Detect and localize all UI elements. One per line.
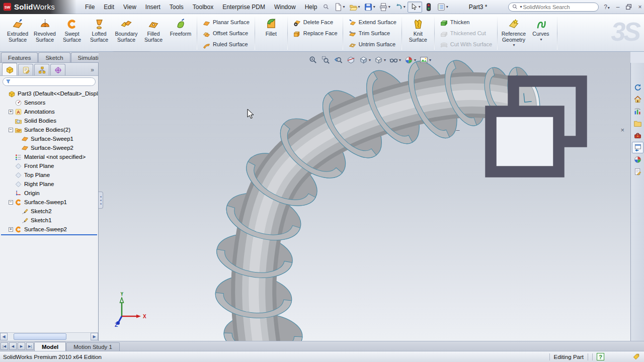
zoom-to-fit-button[interactable] [307,54,319,66]
reference-geometry-button[interactable]: ReferenceGeometry▾ [500,16,527,48]
sheet-nav-button-0[interactable]: |◀ [1,342,8,350]
tree-item-surface-sweep2[interactable]: Surface-Sweep2 [0,143,98,152]
tree-item-sensors[interactable]: Sensors [0,98,98,107]
taskpane-view-palette-button[interactable] [632,142,643,153]
tree-item-surface-bodies-2[interactable]: −Surface Bodies(2) [0,125,98,134]
minimize-button[interactable]: – [614,4,622,11]
scroll-left-button[interactable]: ◀ [0,333,8,340]
menu-tools[interactable]: Tools [165,3,188,12]
print-button[interactable]: ▾ [377,2,392,13]
menu-window[interactable]: Window [270,3,300,12]
save-dropdown-icon[interactable]: ▾ [373,5,375,9]
previous-view-button[interactable] [333,54,344,66]
tree-item-sketch1[interactable]: Sketch1 [0,216,98,225]
edit-appearance-button[interactable]: ▾ [403,54,417,66]
tag-icon[interactable] [632,353,640,360]
menu-enterprise-pdm[interactable]: Enterprise PDM [218,3,270,12]
tree-item-right-plane[interactable]: Right Plane [0,179,98,189]
tree-item-surface-sweep1[interactable]: Surface-Sweep1 [0,134,98,143]
thicken-button[interactable]: Thicken [437,17,472,28]
filled-surface-button[interactable]: FilledSurface [140,16,167,43]
tab-features[interactable]: Features [1,52,38,62]
taskpane-appearances-scenes-button[interactable] [632,154,643,165]
taskpane-file-explorer-button[interactable] [632,106,643,117]
tree-item-sketch2[interactable]: Sketch2 [0,207,98,216]
search-box[interactable]: ▾ [508,3,599,12]
expand-toggle[interactable]: + [9,227,13,232]
extruded-surface-button[interactable]: ExtrudedSurface [4,16,31,43]
select-dropdown-icon[interactable]: ▾ [419,5,421,9]
tree-item-surface-sweep2[interactable]: +Surface-Sweep2 [0,225,98,234]
taskpane-design-library-button[interactable] [632,94,643,105]
restore-button[interactable] [625,3,633,11]
undo-button[interactable]: ▾ [392,2,407,13]
collapse-toggle[interactable]: − [9,128,13,132]
untrim-surface-button[interactable]: Untrim Surface [346,39,398,50]
rebuild-button[interactable] [423,2,435,13]
tree-horizontal-scrollbar[interactable]: ◀ ▶ [0,332,98,340]
search-caret-icon[interactable]: ▾ [520,5,522,9]
menu-help[interactable]: Help [300,3,322,12]
menu-file[interactable]: File [80,3,99,12]
menu-insert[interactable]: Insert [141,3,165,12]
undo-dropdown-icon[interactable]: ▾ [404,5,406,9]
close-button[interactable]: × [636,4,644,11]
doc-close-button[interactable]: × [620,127,624,134]
new-document-dropdown-icon[interactable]: ▾ [343,5,345,9]
help-button[interactable]: ?▾ [603,4,611,11]
lofted-surface-button[interactable]: LoftedSurface [86,16,113,43]
menu-edit[interactable]: Edit [99,3,119,12]
quick-tips-button[interactable]: ? [597,353,604,360]
print-dropdown-icon[interactable]: ▾ [388,5,390,9]
section-view-button[interactable] [345,54,357,66]
offset-surface-button[interactable]: Offset Surface [200,28,251,39]
expand-toggle[interactable]: + [9,110,13,114]
boundary-surface-button[interactable]: BoundarySurface [113,16,140,43]
options-dropdown-icon[interactable]: ▾ [446,5,448,9]
hide-show-items-button[interactable]: ▾ [388,54,402,66]
open-dropdown-icon[interactable]: ▾ [358,5,360,9]
dropdown-caret-icon[interactable]: ▾ [540,37,542,42]
sheet-nav-button-1[interactable]: ◀ [9,342,17,350]
tree-item-front-plane[interactable]: Front Plane [0,161,98,170]
panel-tab-pm-dimxpert[interactable] [50,64,65,75]
new-document-button[interactable]: ▾ [332,2,347,13]
view-orientation-button[interactable]: ▾ [358,54,372,66]
tree-item-origin[interactable]: Origin [0,189,98,198]
freeform-button[interactable]: Freeform [167,16,194,38]
taskpane-toolbox-button[interactable] [632,130,643,141]
display-style-button[interactable]: ▾ [373,54,387,66]
fillet-button[interactable]: Fillet [258,16,285,38]
doc-restore-button[interactable] [464,55,615,206]
curves-button[interactable]: Curves▾ [527,16,554,42]
tree-filter-input[interactable] [3,77,96,86]
tab-sketch[interactable]: Sketch [38,52,70,62]
tree-item-material-not-specified[interactable]: Material <not specified> [0,152,98,161]
taskpane-search-results-button[interactable] [632,118,643,129]
dropdown-caret-icon[interactable]: ▾ [513,43,515,47]
planar-surface-button[interactable]: Planar Surface [200,17,252,28]
doc-tab-motion-study-1[interactable]: Motion Study 1 [66,342,120,351]
extend-surface-button[interactable]: Extend Surface [346,17,399,28]
knit-surface-button[interactable]: KnitSurface [405,16,432,43]
display-style-dropdown-icon[interactable]: ▾ [384,58,386,62]
doc-minimize-button[interactable]: – [456,127,459,134]
sheet-nav-button-2[interactable]: ▶ [18,342,25,350]
trim-surface-button[interactable]: Trim Surface [346,28,393,39]
scroll-right-button[interactable]: ▶ [91,333,98,340]
swept-surface-button[interactable]: SweptSurface [58,16,86,43]
options-button[interactable]: ▾ [435,2,450,13]
save-button[interactable]: ▾ [362,2,377,13]
tree-item-part3-default-default-display[interactable]: Part3 (Default<<Default>_Display [0,89,98,98]
menu-search-icon[interactable] [323,3,330,11]
view-orientation-dropdown-icon[interactable]: ▾ [369,58,371,62]
doc-tab-model[interactable]: Model [34,342,66,351]
panel-splitter-handle[interactable]: ◂◂◂ [99,192,103,209]
apply-scene-button[interactable]: ▾ [418,54,432,66]
scroll-thumb[interactable] [14,333,66,340]
graphics-viewport[interactable]: ▾▾▾▾▾ – × ◂◂◂ XYZ [99,52,630,341]
tree-item-solid-bodies[interactable]: Solid Bodies [0,116,98,125]
rollback-bar[interactable] [1,234,97,235]
sheet-nav-button-3[interactable]: ▶| [26,342,34,350]
tree-item-surface-sweep1[interactable]: −Surface-Sweep1 [0,198,98,207]
